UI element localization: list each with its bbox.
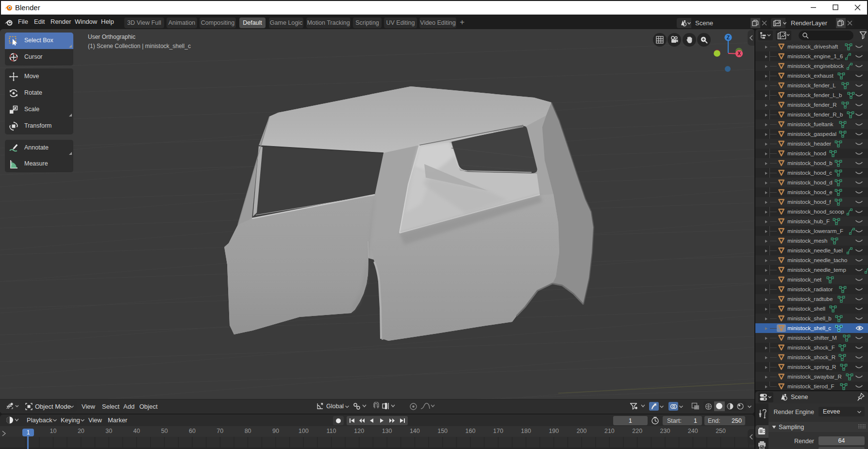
svg-text:Z: Z — [727, 35, 730, 40]
svg-text:X: X — [737, 51, 741, 56]
